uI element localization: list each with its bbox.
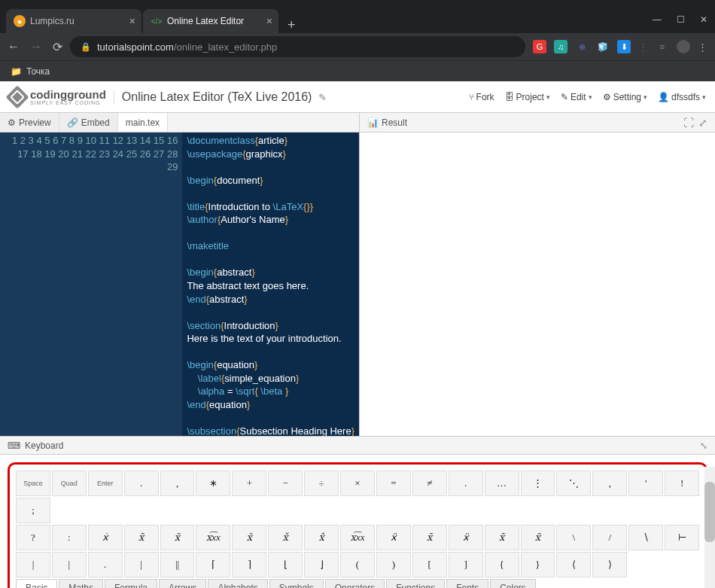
fork-button[interactable]: ⑂Fork bbox=[469, 92, 494, 102]
keyboard-key[interactable]: ) bbox=[376, 552, 411, 577]
keyboard-key[interactable]: | bbox=[16, 552, 50, 577]
keyboard-key[interactable]: , bbox=[592, 471, 627, 496]
avatar-icon[interactable] bbox=[677, 40, 690, 53]
code-editor[interactable]: 1 2 3 4 5 6 7 8 9 10 11 12 13 14 15 16 1… bbox=[0, 133, 359, 436]
keyboard-key[interactable]: ⟩ bbox=[592, 552, 627, 577]
extension-icon[interactable]: ♫ bbox=[554, 40, 567, 53]
keyboard-key[interactable]: , bbox=[160, 471, 195, 496]
keyboard-key[interactable]: ∗ bbox=[196, 471, 230, 496]
keyboard-key[interactable]: ⋱ bbox=[556, 471, 591, 496]
keyboard-key[interactable]: . bbox=[124, 471, 159, 496]
keyboard-tab-basic[interactable]: Basic bbox=[16, 579, 57, 588]
keyboard-key[interactable]: : bbox=[52, 525, 87, 550]
keyboard-key[interactable]: ≠ bbox=[412, 471, 447, 496]
tab-embed[interactable]: 🔗Embed bbox=[59, 113, 118, 132]
expand-icon[interactable]: ⛶ bbox=[683, 117, 694, 129]
keyboard-key[interactable]: x̄ bbox=[485, 525, 519, 550]
keyboard-key[interactable]: − bbox=[268, 471, 303, 496]
new-tab-button[interactable]: + bbox=[280, 17, 303, 33]
keyboard-key[interactable]: x͡xx bbox=[196, 525, 230, 550]
keyboard-key[interactable]: ⟨ bbox=[556, 552, 591, 577]
keyboard-tab-maths[interactable]: Maths bbox=[59, 579, 103, 588]
keyboard-key[interactable]: ∖ bbox=[628, 525, 663, 550]
keyboard-key[interactable]: x̄ bbox=[124, 525, 159, 550]
keyboard-key[interactable]: x̄ bbox=[412, 525, 447, 550]
extension-icon[interactable]: 🧊 bbox=[596, 40, 610, 53]
keyboard-tab-arrows[interactable]: Arrows bbox=[159, 579, 206, 588]
keyboard-tab-symbols[interactable]: Symbols bbox=[269, 579, 324, 588]
keyboard-key[interactable]: { bbox=[485, 552, 519, 577]
maximize-button[interactable]: ☐ bbox=[677, 14, 685, 25]
keyboard-tab-functions[interactable]: Functions bbox=[386, 579, 445, 588]
minimize-button[interactable]: — bbox=[653, 14, 662, 25]
back-button[interactable]: ← bbox=[8, 40, 20, 54]
collapse-icon[interactable]: ⤡ bbox=[700, 440, 707, 451]
keyboard-key[interactable]: ẍ bbox=[449, 525, 483, 550]
keyboard-tab-colors[interactable]: Colors bbox=[490, 579, 536, 588]
keyboard-key[interactable]: ; bbox=[16, 498, 50, 523]
keyboard-key[interactable]: + bbox=[232, 471, 266, 496]
keyboard-key[interactable]: ' bbox=[628, 471, 663, 496]
keyboard-key[interactable]: x̂ bbox=[304, 525, 339, 550]
browser-menu-button[interactable]: ⋮ bbox=[698, 41, 707, 53]
keyboard-key[interactable]: Enter bbox=[88, 471, 123, 496]
keyboard-key[interactable]: ⌈ bbox=[196, 552, 230, 577]
keyboard-key[interactable]: Quad bbox=[52, 471, 87, 496]
keyboard-key[interactable]: x̌ bbox=[268, 525, 303, 550]
keyboard-key[interactable]: Space bbox=[16, 471, 50, 496]
keyboard-key[interactable]: ẍ bbox=[376, 525, 411, 550]
keyboard-key[interactable]: × bbox=[340, 471, 375, 496]
forward-button[interactable]: → bbox=[30, 40, 42, 54]
code-content[interactable]: \documentclass{article} \usepackage{grap… bbox=[182, 133, 359, 436]
keyboard-key[interactable]: [ bbox=[412, 552, 447, 577]
keyboard-key[interactable]: ẋ bbox=[88, 525, 123, 550]
keyboard-key[interactable]: ( bbox=[340, 552, 375, 577]
keyboard-key[interactable]: ? bbox=[16, 525, 50, 550]
keyboard-key[interactable]: ⌉ bbox=[232, 552, 266, 577]
keyboard-key[interactable]: ⊢ bbox=[665, 525, 699, 550]
keyboard-key[interactable]: = bbox=[376, 471, 411, 496]
keyboard-key[interactable]: / bbox=[592, 525, 627, 550]
keyboard-key[interactable]: . bbox=[88, 552, 123, 577]
setting-menu[interactable]: ⚙Setting▾ bbox=[603, 92, 647, 102]
reload-button[interactable]: ⟳ bbox=[53, 40, 62, 54]
close-icon[interactable]: × bbox=[129, 15, 135, 27]
extension-icon[interactable]: G bbox=[533, 40, 546, 53]
extension-icon[interactable]: ≡ bbox=[656, 40, 669, 53]
keyboard-key[interactable]: x͡xx bbox=[340, 525, 375, 550]
keyboard-tab-alphabets[interactable]: Alphabets bbox=[208, 579, 267, 588]
page-scrollbar[interactable] bbox=[704, 467, 715, 588]
keyboard-key[interactable]: | bbox=[52, 552, 87, 577]
keyboard-key[interactable]: ⌋ bbox=[304, 552, 339, 577]
browser-tab-0[interactable]: ● Lumpics.ru × bbox=[6, 9, 141, 33]
omnibox[interactable]: 🔒 tutorialspoint.com/online_latex_editor… bbox=[70, 36, 525, 57]
keyboard-key[interactable]: … bbox=[485, 471, 519, 496]
fullscreen-icon[interactable]: ⤢ bbox=[698, 117, 707, 129]
bookmark-item[interactable]: Точка bbox=[26, 66, 50, 77]
keyboard-tab-fonts[interactable]: Fonts bbox=[446, 579, 488, 588]
keyboard-key[interactable]: x̆ bbox=[232, 525, 266, 550]
keyboard-key[interactable]: | bbox=[124, 552, 159, 577]
close-icon[interactable]: × bbox=[266, 15, 272, 27]
tab-preview[interactable]: ⚙Preview bbox=[0, 113, 59, 132]
keyboard-key[interactable]: ⋮ bbox=[521, 471, 555, 496]
keyboard-key[interactable]: || bbox=[160, 552, 195, 577]
extension-icon[interactable]: ⬇ bbox=[617, 40, 631, 53]
keyboard-tab-formula[interactable]: Formula bbox=[105, 579, 157, 588]
keyboard-key[interactable]: ÷ bbox=[304, 471, 339, 496]
edit-menu[interactable]: ✎Edit▾ bbox=[561, 92, 592, 102]
browser-tab-1[interactable]: </> Online Latex Editor × bbox=[143, 9, 278, 33]
extension-icon[interactable]: ⊕ bbox=[575, 40, 589, 53]
keyboard-key[interactable]: } bbox=[521, 552, 555, 577]
keyboard-tab-operators[interactable]: Operators bbox=[325, 579, 385, 588]
keyboard-key[interactable]: \ bbox=[556, 525, 591, 550]
keyboard-key[interactable]: x̃ bbox=[521, 525, 555, 550]
close-window-button[interactable]: ✕ bbox=[700, 14, 707, 25]
tab-file[interactable]: main.tex bbox=[118, 113, 168, 132]
project-menu[interactable]: 🗄Project▾ bbox=[505, 92, 550, 102]
tab-result[interactable]: 📊Result bbox=[367, 117, 407, 128]
keyboard-key[interactable]: . bbox=[449, 471, 483, 496]
edit-title-icon[interactable]: ✎ bbox=[318, 92, 327, 103]
logo[interactable]: codinggroundSIMPLY EASY CODING bbox=[9, 89, 106, 105]
keyboard-key[interactable]: x̃ bbox=[160, 525, 195, 550]
